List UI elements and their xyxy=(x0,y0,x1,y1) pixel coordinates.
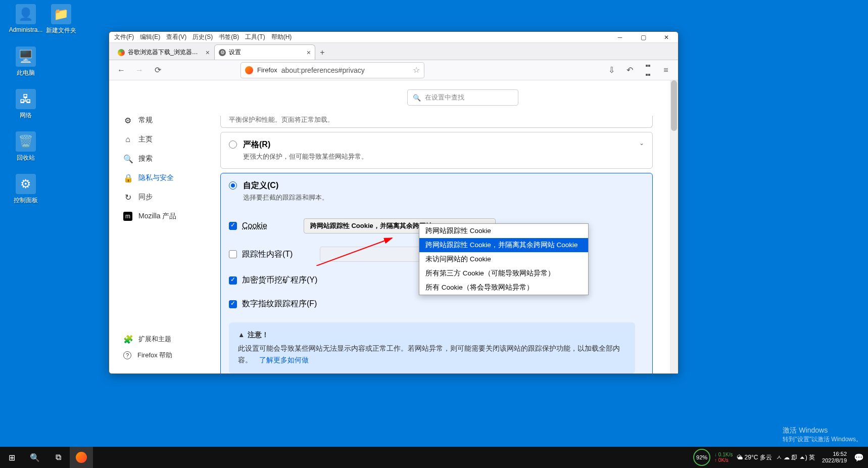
checkbox-cookie[interactable] xyxy=(229,222,237,230)
radio-custom[interactable] xyxy=(229,181,237,190)
sidebar-item-label: Firefox 帮助 xyxy=(137,351,172,360)
clock[interactable]: 16:52 2022/8/19 xyxy=(819,451,850,464)
home-icon: ⌂ xyxy=(123,135,132,144)
url-bar[interactable]: Firefox about:preferences#privacy ☆ xyxy=(240,62,424,78)
desktop-icon-recycle[interactable]: 🗑️回收站 xyxy=(8,131,43,162)
network-icon: 🖧 xyxy=(16,89,36,109)
sidebar-item-label: 同步 xyxy=(138,193,153,202)
desktop-icon-network[interactable]: 🖧网络 xyxy=(8,89,43,120)
sync-icon: ↻ xyxy=(123,193,132,202)
dropdown-option[interactable]: 未访问网站的 Cookie xyxy=(419,252,588,266)
menu-history[interactable]: 历史(S) xyxy=(189,33,216,41)
control-icon: ⚙ xyxy=(16,174,36,194)
tab-title: 谷歌浏览器下载_浏览器官网入... xyxy=(128,48,203,57)
cutoff-text: 平衡保护和性能。页面将正常加载。 xyxy=(229,116,334,123)
content-area: ⚙常规 ⌂主页 🔍搜索 🔒隐私与安全 ↻同步 mMozilla 产品 🧩扩展和主… xyxy=(109,80,678,373)
task-view-button[interactable]: ⧉ xyxy=(46,447,70,468)
tab-settings[interactable]: ⚙ 设置 × xyxy=(214,44,315,60)
sidebar-item-extensions[interactable]: 🧩扩展和主题 xyxy=(119,331,176,347)
desktop-icon-folder[interactable]: 📁新建文件夹 xyxy=(43,4,79,35)
mozilla-icon: m xyxy=(123,212,132,221)
sidebar-item-label: 主页 xyxy=(138,135,153,144)
checkbox-tracking[interactable] xyxy=(229,250,237,258)
sidebar-item-mozilla[interactable]: mMozilla 产品 xyxy=(119,207,210,226)
settings-search-input[interactable]: 🔍 在设置中查找 xyxy=(407,89,518,106)
menu-view[interactable]: 查看(V) xyxy=(163,33,189,41)
forward-button[interactable]: → xyxy=(131,62,148,78)
checkbox-fingerprint-row: 数字指纹跟踪程序(F) xyxy=(229,299,635,309)
weather-widget[interactable]: 🌥 29°C 多云 xyxy=(737,453,772,462)
option-strict[interactable]: 严格(R) 更强大的保护，但可能导致某些网站异常。 ⌄ xyxy=(220,132,653,169)
reset-button[interactable]: ↶ xyxy=(621,62,638,78)
sidebar-item-sync[interactable]: ↻同步 xyxy=(119,188,210,207)
menu-button[interactable]: ≡ xyxy=(658,62,674,78)
dropdown-option[interactable]: 所有第三方 Cookie（可能导致网站异常） xyxy=(419,266,588,280)
sidebar-item-home[interactable]: ⌂主页 xyxy=(119,130,210,149)
tray-icons[interactable]: ㅅ ☁ 㕁 ⏶) 英 xyxy=(776,453,815,462)
pc-icon: 🖥️ xyxy=(16,46,36,67)
chevron-down-icon: ⌄ xyxy=(639,139,644,147)
vertical-scrollbar[interactable] xyxy=(670,80,678,373)
option-title: 自定义(C) xyxy=(243,180,644,191)
learn-more-link[interactable]: 了解更多如何做 xyxy=(259,356,309,364)
user-icon: 👤 xyxy=(16,4,36,24)
network-speed: ↓ 0.1K/s ↑ 0K/s xyxy=(714,452,733,463)
sidebar-item-search[interactable]: 🔍搜索 xyxy=(119,149,210,168)
help-icon: ? xyxy=(123,351,131,359)
back-button[interactable]: ← xyxy=(113,62,129,78)
settings-sidebar: ⚙常规 ⌂主页 🔍搜索 🔒隐私与安全 ↻同步 mMozilla 产品 🧩扩展和主… xyxy=(109,80,210,373)
new-tab-button[interactable]: + xyxy=(315,45,329,60)
menu-help[interactable]: 帮助(H) xyxy=(268,33,295,41)
notifications-button[interactable]: 💬 xyxy=(854,447,864,468)
save-pocket-button[interactable]: ⇩ xyxy=(603,62,619,78)
checkbox-label: 加密货币挖矿程序(Y) xyxy=(242,275,317,286)
tab-chrome-download[interactable]: 谷歌浏览器下载_浏览器官网入... × xyxy=(113,44,214,60)
dropdown-option-selected[interactable]: 跨网站跟踪性 Cookie，并隔离其余跨网站 Cookie xyxy=(419,238,588,252)
menu-edit[interactable]: 编辑(E) xyxy=(137,33,163,41)
tabbar: 谷歌浏览器下载_浏览器官网入... × ⚙ 设置 × + xyxy=(109,43,678,60)
sidebar-item-general[interactable]: ⚙常规 xyxy=(119,111,210,130)
menu-file[interactable]: 文件(F) xyxy=(111,33,137,41)
folder-icon: 📁 xyxy=(51,4,71,24)
puzzle-icon: 🧩 xyxy=(123,335,132,344)
menu-tools[interactable]: 工具(T) xyxy=(242,33,268,41)
alert-header: 注意！ xyxy=(248,331,269,339)
sidebar-item-privacy[interactable]: 🔒隐私与安全 xyxy=(119,168,210,188)
tab-close-icon[interactable]: × xyxy=(307,49,311,57)
clock-time: 16:52 xyxy=(822,451,847,457)
sidebar-item-label: 搜索 xyxy=(138,154,153,163)
radio-strict[interactable] xyxy=(229,141,237,149)
lock-icon: 🔒 xyxy=(123,173,132,183)
url-text: about:preferences#privacy xyxy=(281,66,409,74)
sidebar-item-label: Mozilla 产品 xyxy=(138,212,176,221)
reload-button[interactable]: ⟳ xyxy=(150,62,166,78)
search-placeholder: 在设置中查找 xyxy=(425,93,464,102)
apps-button[interactable]: ▪▪▪▪ xyxy=(640,62,656,78)
battery-indicator[interactable]: 92% xyxy=(693,449,710,466)
maximize-button[interactable]: ▢ xyxy=(632,32,655,43)
checkbox-fingerprint[interactable] xyxy=(229,300,237,308)
firefox-taskbar-button[interactable] xyxy=(70,447,93,468)
dropdown-option[interactable]: 跨网站跟踪性 Cookie xyxy=(419,224,588,238)
minimize-button[interactable]: ─ xyxy=(608,32,632,43)
sidebar-item-label: 常规 xyxy=(138,116,153,125)
checkbox-label: Cookie xyxy=(242,221,267,230)
sidebar-item-help[interactable]: ?Firefox 帮助 xyxy=(119,347,176,363)
firefox-logo-icon xyxy=(245,66,253,74)
menu-bookmarks[interactable]: 书签(B) xyxy=(216,33,242,41)
desktop-icon-admin[interactable]: 👤Administra... xyxy=(8,4,43,33)
desktop-icon-thispc[interactable]: 🖥️此电脑 xyxy=(8,46,43,77)
scrollbar-thumb[interactable] xyxy=(671,80,677,131)
tab-close-icon[interactable]: × xyxy=(206,49,210,57)
firefox-window: 文件(F) 编辑(E) 查看(V) 历史(S) 书签(B) 工具(T) 帮助(H… xyxy=(109,31,679,374)
close-button[interactable]: ✕ xyxy=(655,32,678,43)
start-button[interactable]: ⊞ xyxy=(0,447,23,468)
desktop-icon-controlpanel[interactable]: ⚙控制面板 xyxy=(8,174,43,205)
search-button[interactable]: 🔍 xyxy=(23,447,46,468)
dropdown-option[interactable]: 所有 Cookie（将会导致网站异常） xyxy=(419,280,588,295)
sidebar-item-label: 扩展和主题 xyxy=(138,335,171,344)
menubar: 文件(F) 编辑(E) 查看(V) 历史(S) 书签(B) 工具(T) 帮助(H… xyxy=(109,32,678,43)
bookmark-star-icon[interactable]: ☆ xyxy=(413,65,420,75)
sidebar-item-label: 隐私与安全 xyxy=(138,173,174,182)
checkbox-crypto[interactable] xyxy=(229,276,237,285)
